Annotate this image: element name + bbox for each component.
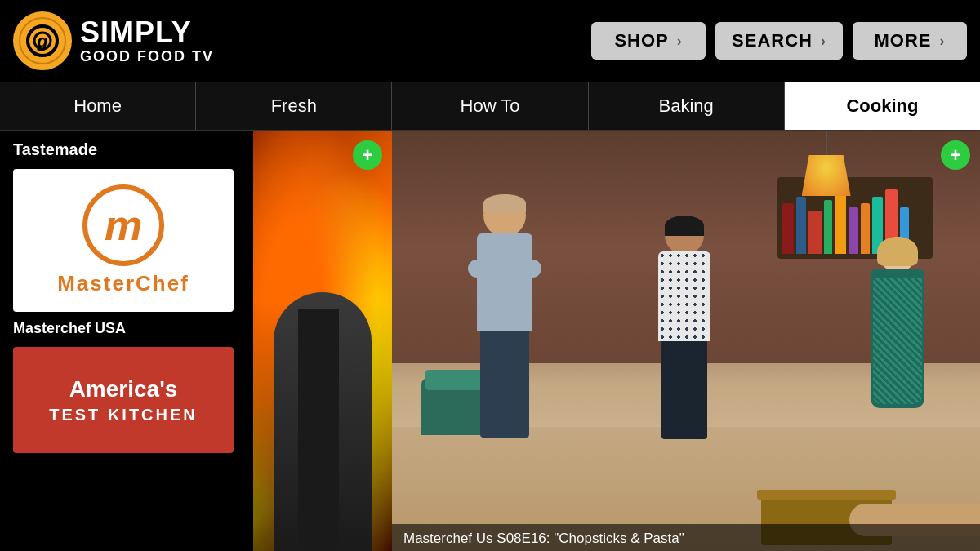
main-content: Tastemade m MasterChef Masterchef USA Am… [0, 131, 980, 551]
video-caption: Masterchef Us S08E16: "Chopsticks & Past… [392, 524, 980, 551]
person2-shirt [658, 251, 710, 341]
nav-baking[interactable]: Baking [589, 82, 785, 130]
lamp-shade [802, 155, 851, 196]
add-button-left[interactable]: + [353, 140, 382, 170]
nav-how-to[interactable]: How To [392, 82, 588, 130]
logo-tagline: GOOD FOOD TV [80, 49, 214, 65]
tv-scene: + [392, 131, 980, 551]
atk-logo-box[interactable]: America's TEST KITCHEN [13, 347, 234, 453]
logo-svg: g [18, 16, 67, 65]
person3-dress-pattern [873, 278, 922, 404]
masterchef-circle: m [82, 184, 164, 266]
more-button[interactable]: MORE › [853, 22, 967, 60]
person2 [627, 216, 742, 533]
person1-shirt [477, 233, 532, 331]
header: g SIMPLY GOOD FOOD TV SHOP › SEARCH › MO… [0, 0, 980, 82]
header-buttons: SHOP › SEARCH › MORE › [591, 22, 967, 60]
search-arrow-icon: › [821, 33, 826, 50]
shop-arrow-icon: › [677, 33, 683, 50]
video-thumbnail-left[interactable]: + [253, 131, 392, 551]
box-top [757, 490, 896, 500]
svg-text:g: g [36, 31, 48, 51]
logo-simply: SIMPLY [80, 16, 214, 49]
atk-label-line1: America's [69, 375, 178, 403]
person1-hair [483, 194, 526, 212]
masterchef-logo: m MasterChef [57, 184, 189, 296]
masterchef-show-title: Masterchef USA [13, 320, 240, 337]
atk-label-line2: TEST KITCHEN [49, 406, 198, 424]
masterchef-logo-box[interactable]: m MasterChef [13, 169, 234, 312]
logo-icon: g [13, 11, 72, 70]
person3-hair [877, 237, 918, 266]
logo-text: SIMPLY GOOD FOOD TV [80, 16, 214, 64]
video-main[interactable]: + Masterchef Us S08E16: "Chopsticks & Pa… [392, 131, 980, 551]
person2-hair [665, 216, 704, 236]
logo-area: g SIMPLY GOOD FOOD TV [13, 11, 214, 70]
search-button[interactable]: SEARCH › [715, 22, 843, 60]
pendant-lamp [802, 131, 851, 196]
masterchef-label: MasterChef [57, 271, 189, 296]
person-pants [298, 309, 339, 551]
masterchef-m-letter: m [105, 204, 142, 247]
sidebar: Tastemade m MasterChef Masterchef USA Am… [0, 131, 253, 551]
nav-home[interactable]: Home [0, 82, 196, 130]
video-area: + [253, 131, 980, 551]
lamp-cord [826, 131, 827, 159]
nav-cooking[interactable]: Cooking [785, 82, 980, 130]
sidebar-section-title: Tastemade [13, 140, 240, 159]
person3 [844, 237, 951, 533]
nav-fresh[interactable]: Fresh [196, 82, 392, 130]
person2-pants [662, 341, 707, 439]
person1-jeans [480, 331, 529, 438]
person1 [439, 194, 570, 532]
nav-bar: Home Fresh How To Baking Cooking [0, 82, 980, 131]
add-button-main[interactable]: + [941, 140, 970, 170]
shop-button[interactable]: SHOP › [591, 22, 706, 60]
person1-arms [468, 260, 541, 278]
more-arrow-icon: › [940, 33, 946, 50]
